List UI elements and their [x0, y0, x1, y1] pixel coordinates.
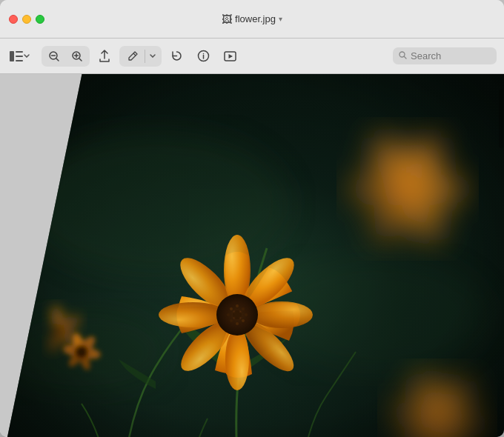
svg-line-6 — [56, 59, 59, 61]
search-magnifier-icon — [399, 51, 407, 59]
window-title-area: 🖼 flower.jpg ▾ — [222, 13, 282, 25]
svg-rect-70 — [7, 74, 504, 437]
search-icon — [399, 51, 407, 61]
scrollbar[interactable] — [498, 74, 504, 437]
sidebar-toggle-button[interactable] — [7, 46, 31, 67]
svg-line-10 — [79, 59, 82, 61]
slideshow-button[interactable] — [218, 46, 242, 67]
maximize-button[interactable] — [36, 15, 44, 24]
window-title: flower.jpg — [235, 13, 276, 24]
markup-group — [119, 46, 162, 67]
zoom-out-icon — [48, 50, 60, 62]
traffic-lights — [9, 15, 44, 24]
search-input[interactable] — [411, 50, 491, 61]
file-icon: 🖼 — [222, 13, 232, 25]
rotate-icon — [170, 50, 183, 62]
rotate-button[interactable] — [165, 46, 188, 67]
sidebar-toggle-chevron-icon — [24, 54, 30, 58]
zoom-in-icon — [71, 50, 83, 62]
slideshow-icon — [224, 51, 236, 61]
pen-icon — [127, 50, 139, 61]
svg-point-13 — [202, 53, 204, 55]
zoom-in-button[interactable] — [66, 47, 88, 65]
svg-rect-1 — [16, 51, 23, 53]
svg-line-18 — [405, 57, 407, 59]
markup-button[interactable] — [122, 47, 143, 65]
photo-container — [7, 74, 504, 437]
titlebar: 🖼 flower.jpg ▾ — [0, 0, 504, 39]
sidebar-icon — [10, 51, 23, 61]
markup-chevron-icon — [150, 54, 156, 58]
svg-line-11 — [133, 53, 136, 56]
content-area — [0, 74, 504, 437]
preview-window: 🖼 flower.jpg ▾ — [0, 0, 504, 437]
zoom-out-button[interactable] — [43, 47, 65, 65]
svg-rect-3 — [16, 60, 23, 61]
title-chevron[interactable]: ▾ — [279, 15, 282, 23]
svg-rect-0 — [10, 51, 14, 61]
svg-marker-16 — [228, 54, 233, 59]
markup-divider — [145, 50, 145, 63]
close-button[interactable] — [9, 15, 18, 24]
share-button[interactable] — [93, 46, 116, 67]
svg-point-17 — [399, 52, 405, 57]
zoom-group — [42, 46, 90, 67]
share-icon — [99, 50, 110, 63]
minimize-button[interactable] — [22, 15, 31, 24]
info-icon — [197, 50, 210, 62]
flower-image — [7, 74, 504, 437]
markup-dropdown-button[interactable] — [147, 47, 159, 65]
toolbar — [0, 39, 504, 74]
search-box[interactable] — [393, 47, 497, 64]
scrollbar-thumb[interactable] — [499, 89, 503, 148]
svg-rect-2 — [16, 56, 23, 57]
info-button[interactable] — [191, 46, 215, 67]
